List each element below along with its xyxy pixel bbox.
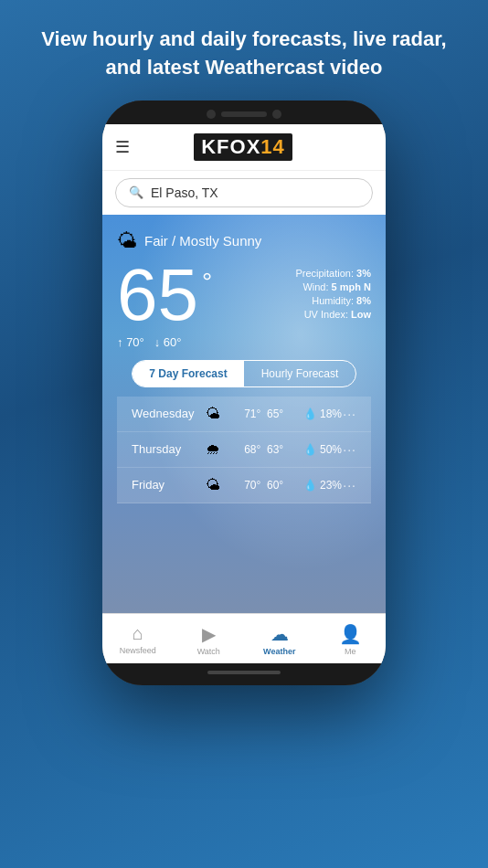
phone-camera-2 — [272, 110, 281, 119]
search-icon: 🔍 — [129, 185, 143, 199]
tab-hourly[interactable]: Hourly Forecast — [244, 361, 355, 386]
day-temps-fri: 70° 60° — [226, 479, 302, 492]
forecast-row-thursday[interactable]: Thursday 🌧 68° 63° 💧 50% ··· — [117, 432, 371, 468]
wind-detail: Wind: 5 mph N — [295, 281, 371, 292]
high-temp: 70° — [126, 335, 144, 349]
phone-top-bar — [102, 101, 386, 124]
weather-hero: 🌤 Fair / Mostly Sunny 65 ↑ 70° ↓ 60° ° — [102, 215, 386, 613]
more-icon-wed[interactable]: ··· — [343, 407, 356, 421]
nav-label-newsfeed: Newsfeed — [120, 646, 156, 655]
day-name-thu: Thursday — [132, 442, 200, 456]
person-icon: 👤 — [339, 623, 362, 645]
temp-section: 65 ↑ 70° ↓ 60° ° Precipitation: 3% — [117, 259, 371, 349]
forecast-row-friday[interactable]: Friday 🌤 70° 60° 💧 23% ··· — [117, 468, 371, 503]
hamburger-icon[interactable]: ☰ — [115, 137, 130, 157]
arrow-up-icon: ↑ — [117, 335, 123, 349]
search-bar[interactable]: 🔍 El Paso, TX — [115, 178, 373, 207]
play-icon: ▶ — [202, 623, 216, 645]
phone-speaker — [221, 111, 267, 117]
nav-item-weather[interactable]: ☁ Weather — [244, 619, 315, 660]
uv-detail: UV Index: Low — [295, 309, 371, 320]
bottom-nav: ⌂ Newsfeed ▶ Watch ☁ Weather 👤 Me — [102, 613, 386, 663]
search-value: El Paso, TX — [151, 185, 218, 200]
phone-screen: ☰ KFOX14 🔍 El Paso, TX 🌤 Fair / Mostly S… — [102, 124, 386, 663]
weather-details: Precipitation: 3% Wind: 5 mph N Humidity… — [295, 259, 371, 323]
day-name-wed: Wednesday — [132, 407, 200, 420]
nav-label-me: Me — [345, 647, 356, 656]
degree-symbol: ° — [202, 268, 212, 297]
day-precip-fri: 💧 23% — [302, 479, 343, 492]
nav-item-me[interactable]: 👤 Me — [315, 619, 387, 660]
humidity-detail: Humidity: 8% — [295, 295, 371, 306]
phone-mockup: ☰ KFOX14 🔍 El Paso, TX 🌤 Fair / Mostly S… — [102, 101, 386, 685]
forecast-tabs: 7 Day Forecast Hourly Forecast — [132, 360, 356, 387]
phone-camera — [207, 110, 216, 119]
day-temps-wed: 71° 65° — [226, 408, 302, 420]
header-section: View hourly and daily forecasts, live ra… — [0, 0, 488, 101]
uv-value: Low — [351, 309, 371, 320]
app-header: ☰ KFOX14 — [102, 124, 386, 171]
wind-value: 5 mph N — [332, 281, 371, 292]
sun-cloud-icon: 🌤 — [117, 229, 137, 253]
nav-item-watch[interactable]: ▶ Watch — [174, 619, 245, 660]
header-text: View hourly and daily forecasts, live ra… — [0, 0, 488, 101]
phone-bottom-bar — [102, 663, 386, 685]
home-icon: ⌂ — [133, 623, 143, 644]
low-temp: 60° — [164, 335, 182, 349]
hi-lo: ↑ 70° ↓ 60° — [117, 335, 202, 349]
day-icon-wed: 🌤 — [200, 406, 226, 422]
temperature-display: 65 — [117, 254, 198, 335]
more-icon-thu[interactable]: ··· — [343, 442, 356, 457]
nav-label-watch: Watch — [197, 647, 220, 656]
day-precip-thu: 💧 50% — [302, 443, 343, 456]
precipitation-detail: Precipitation: 3% — [295, 268, 371, 279]
condition-text: Fair / Mostly Sunny — [144, 233, 261, 249]
nav-item-newsfeed[interactable]: ⌂ Newsfeed — [102, 619, 174, 660]
day-precip-wed: 💧 18% — [302, 408, 343, 420]
forecast-list: Wednesday 🌤 71° 65° 💧 18% ··· Thursday 🌧… — [117, 397, 371, 503]
home-indicator — [207, 671, 281, 674]
day-name-fri: Friday — [132, 478, 200, 492]
day-icon-fri: 🌤 — [200, 477, 226, 493]
humidity-value: 8% — [356, 295, 371, 306]
nav-label-weather: Weather — [263, 647, 295, 656]
arrow-down-icon: ↓ — [154, 335, 161, 349]
more-icon-fri[interactable]: ··· — [343, 478, 356, 492]
condition-row: 🌤 Fair / Mostly Sunny — [117, 229, 371, 253]
day-temps-thu: 68° 63° — [226, 443, 302, 456]
logo: KFOX14 — [137, 133, 349, 161]
precipitation-value: 3% — [356, 268, 371, 279]
logo-text: KFOX14 — [194, 133, 292, 161]
cloud-icon: ☁ — [271, 623, 289, 645]
forecast-row-wednesday[interactable]: Wednesday 🌤 71° 65° 💧 18% ··· — [117, 397, 371, 432]
day-icon-thu: 🌧 — [200, 441, 226, 458]
tab-7day[interactable]: 7 Day Forecast — [133, 361, 244, 386]
